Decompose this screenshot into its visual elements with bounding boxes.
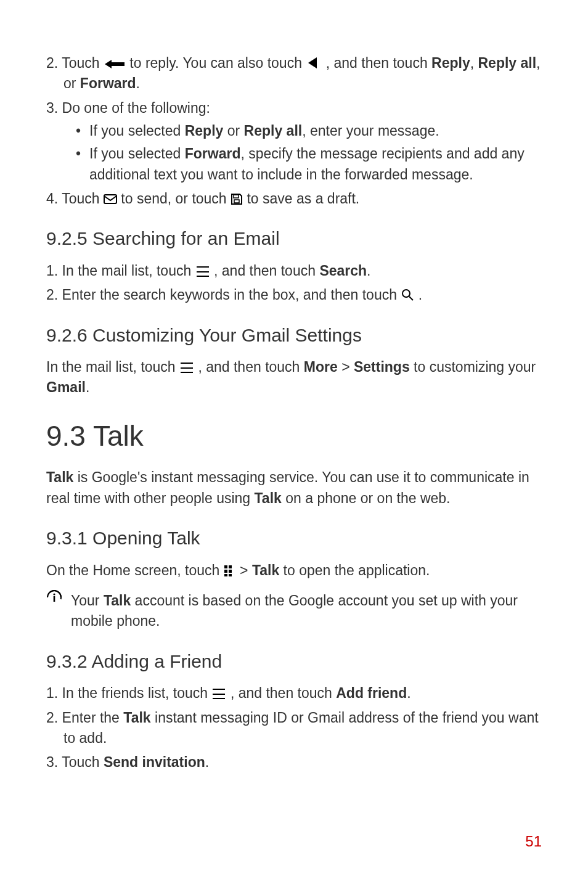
s932-step2: 2. Enter the Talk instant messaging ID o…: [46, 708, 542, 749]
s932s1-dot: .: [407, 685, 410, 701]
note-body: Your Talk account is based on the Google…: [71, 589, 542, 632]
step-2: 2. Touch to reply. You can also touch , …: [46, 53, 542, 94]
s931-t2: >: [240, 562, 252, 578]
heading-926: 9.2.6 Customizing Your Gmail Settings: [46, 322, 542, 349]
note-t1: Your: [71, 592, 104, 609]
svg-rect-14: [229, 570, 232, 573]
s926-para: In the mail list, touch , and then touch…: [46, 357, 542, 398]
reply-arrow-icon: [104, 59, 126, 70]
s932s3-t1: 3. Touch: [46, 754, 104, 770]
s932s1-b: Add friend: [336, 685, 407, 701]
svg-rect-0: [104, 195, 116, 203]
s926-b1: More: [304, 359, 338, 375]
step-4: 4. Touch to send, or touch to save as a …: [46, 189, 542, 209]
b1-bold1: Reply: [185, 123, 224, 139]
s93-t2: on a phone or on the web.: [282, 490, 451, 506]
s932s2-t1: 2. Enter the: [46, 710, 123, 726]
s925s2-dot: .: [419, 287, 422, 303]
s932s3-dot: .: [205, 754, 209, 770]
svg-rect-1: [234, 195, 239, 198]
note-b: Talk: [104, 592, 131, 609]
step2-comma1: ,: [470, 55, 478, 71]
s932-step1: 1. In the friends list, touch , and then…: [46, 683, 542, 703]
b2-pre: If you selected: [89, 145, 185, 162]
s931-t1: On the Home screen, touch: [46, 562, 219, 578]
step3-bullet1: If you selected Reply or Reply all, ente…: [89, 121, 542, 141]
s925-step1: 1. In the mail list, touch , and then to…: [46, 261, 542, 281]
step3-bullets: If you selected Reply or Reply all, ente…: [46, 121, 542, 185]
apps-grid-icon: [224, 565, 236, 577]
b1-bold2: Reply all: [244, 123, 303, 139]
s93-intro: Talk is Google's instant messaging servi…: [46, 467, 542, 509]
svg-rect-2: [234, 200, 239, 203]
step2-b1: Reply: [431, 55, 470, 71]
s926-sep: >: [338, 359, 354, 375]
s925-step2: 2. Enter the search keywords in the box,…: [46, 285, 542, 305]
s925s1-t1: 1. In the mail list, touch: [46, 263, 191, 279]
search-icon: [401, 288, 414, 301]
s926-b2: Settings: [354, 359, 410, 375]
svg-line-7: [409, 297, 413, 300]
s932-step3: 3. Touch Send invitation.: [46, 752, 542, 772]
note-t2: account is based on the Google account y…: [71, 592, 518, 629]
save-draft-icon: [231, 193, 243, 205]
s932s1-t2: , and then touch: [231, 685, 336, 701]
b1-mid: or: [223, 123, 243, 139]
s926-dot: .: [86, 379, 89, 395]
menu-icon: [179, 363, 194, 374]
step4-t1: 4. Touch: [46, 191, 100, 207]
step3-text: 3. Do one of the following:: [46, 98, 542, 118]
s931-para: On the Home screen, touch > Talk to open…: [46, 560, 542, 581]
step-3: 3. Do one of the following: If you selec…: [46, 98, 542, 185]
heading-93: 9.3 Talk: [46, 416, 542, 457]
svg-rect-15: [224, 574, 227, 576]
b2-bold1: Forward: [185, 145, 241, 162]
s93-b1: Talk: [46, 469, 73, 485]
s925s1-dot: .: [367, 263, 370, 279]
s926-t2: , and then touch: [198, 359, 303, 375]
step4-t2: to send, or touch: [121, 191, 226, 207]
svg-rect-16: [229, 574, 232, 576]
back-icon: [306, 56, 322, 70]
s93-b2: Talk: [255, 490, 282, 506]
s925s2-t1: 2. Enter the search keywords in the box,…: [46, 287, 397, 303]
svg-rect-19: [54, 596, 55, 602]
step2-t1: 2. Touch: [46, 55, 100, 71]
s926-b3: Gmail: [46, 379, 86, 395]
step2-t3: , and then touch: [326, 55, 431, 71]
menu-icon: [211, 689, 226, 700]
send-icon: [104, 193, 117, 205]
s925s1-t2: , and then touch: [214, 263, 319, 279]
svg-rect-12: [229, 565, 232, 568]
step2-t2: to reply. You can also touch: [129, 55, 302, 71]
heading-932: 9.3.2 Adding a Friend: [46, 648, 542, 675]
step2-b2: Reply all: [478, 55, 536, 71]
page-number: 51: [525, 831, 542, 853]
svg-rect-13: [224, 570, 227, 573]
s926-t1: In the mail list, touch: [46, 359, 176, 375]
s926-t3: to customizing your: [410, 359, 536, 375]
step4-t3: to save as a draft.: [247, 191, 359, 207]
s925s1-b: Search: [319, 263, 367, 279]
svg-point-18: [53, 593, 55, 595]
note-icon: [46, 589, 62, 605]
s932s2-b: Talk: [123, 710, 150, 726]
s931-t3: to open the application.: [279, 562, 430, 578]
heading-925: 9.2.5 Searching for an Email: [46, 225, 542, 252]
step2-dot: .: [136, 75, 140, 91]
s932s1-t1: 1. In the friends list, touch: [46, 685, 208, 701]
b1-pre: If you selected: [89, 123, 185, 139]
note-block: Your Talk account is based on the Google…: [46, 589, 542, 632]
b1-post: , enter your message.: [302, 123, 439, 139]
s931-b: Talk: [252, 562, 279, 578]
step3-bullet2: If you selected Forward, specify the mes…: [89, 144, 542, 185]
menu-icon: [195, 266, 210, 277]
heading-931: 9.3.1 Opening Talk: [46, 525, 542, 552]
svg-point-6: [402, 290, 410, 297]
svg-rect-11: [224, 565, 227, 568]
s932s3-b: Send invitation: [104, 754, 205, 770]
step2-b3: Forward: [80, 75, 136, 91]
